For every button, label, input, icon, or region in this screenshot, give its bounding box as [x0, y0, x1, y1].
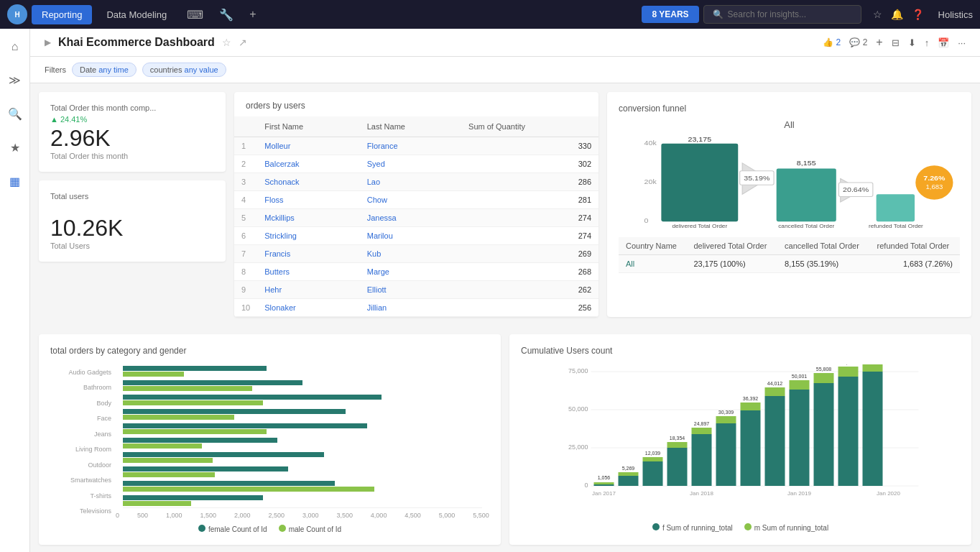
table-row: 3 Schonack Lao 286 [234, 173, 598, 191]
svg-rect-33 [123, 443, 202, 448]
col-num [234, 116, 257, 137]
row-lastname[interactable]: Lao [360, 173, 461, 191]
star-icon[interactable]: ☆ [873, 9, 882, 20]
svg-rect-31 [123, 429, 267, 434]
svg-rect-84 [863, 372, 883, 486]
like-button[interactable]: 👍 2 [823, 37, 841, 47]
row-firstname[interactable]: Francis [257, 245, 359, 263]
sidebar-dashboard-icon[interactable]: ▦ [5, 170, 24, 193]
cat-bath: Bathroom [50, 384, 111, 391]
row-firstname[interactable]: Strickling [257, 227, 359, 245]
table-row: 8 Butters Marge 268 [234, 263, 598, 281]
bookmark-icon[interactable]: ☆ [222, 37, 231, 48]
svg-text:24,897: 24,897 [694, 421, 710, 426]
sidebar-search-icon[interactable]: 🔍 [4, 103, 27, 125]
row-firstname[interactable]: Molleur [257, 137, 359, 155]
svg-text:1,056: 1,056 [598, 475, 611, 480]
funnel-chart-svg: 40k 20k 0 23,175 35.19% 8,155 [619, 136, 960, 229]
row-firstname[interactable]: Mckillips [257, 209, 359, 227]
dashboard-header: ▶ Khai Ecommerce Dashboard ☆ ↗ 👍 2 💬 2 +… [30, 29, 980, 57]
svg-point-16 [915, 165, 953, 200]
sidebar-star-icon[interactable]: ★ [6, 137, 24, 159]
svg-rect-67 [716, 416, 736, 423]
row-quantity: 330 [461, 137, 598, 155]
data-modeling-tab[interactable]: Data Modeling [96, 5, 177, 24]
row-firstname[interactable]: Schonack [257, 173, 359, 191]
table-row: 2 Balcerzak Syed 302 [234, 155, 598, 173]
row-firstname[interactable]: Slonaker [257, 299, 359, 317]
col-quantity: Sum of Quantity [461, 116, 598, 137]
row-quantity: 274 [461, 209, 598, 227]
main-content: ▶ Khai Ecommerce Dashboard ☆ ↗ 👍 2 💬 2 +… [30, 29, 980, 552]
search-bar[interactable]: 🔍 [703, 5, 861, 24]
row-lastname[interactable]: Syed [360, 155, 461, 173]
help-icon[interactable]: ❓ [912, 9, 924, 20]
date-filter[interactable]: Date any time [72, 63, 137, 77]
svg-rect-30 [123, 423, 367, 428]
kpi-section: Total Order this month comp... ▲ 24.41% … [39, 92, 226, 317]
svg-rect-36 [123, 466, 288, 472]
terminal-icon[interactable]: ⌨ [181, 5, 209, 24]
svg-rect-55 [619, 472, 639, 476]
bell-icon[interactable]: 🔔 [891, 9, 903, 20]
reporting-tab[interactable]: Reporting [32, 5, 92, 24]
left-sidebar: ⌂ ≫ 🔍 ★ ▦ [0, 29, 30, 552]
svg-text:50,001: 50,001 [792, 374, 808, 379]
row-firstname[interactable]: Floss [257, 191, 359, 209]
svg-text:36,392: 36,392 [743, 396, 759, 401]
share-icon[interactable]: ↗ [239, 37, 247, 48]
svg-rect-27 [123, 400, 263, 405]
cat-tv: Televisions [50, 507, 111, 515]
svg-text:62,172: 62,172 [841, 364, 856, 365]
svg-rect-63 [692, 434, 712, 486]
row-firstname[interactable]: Hehr [257, 281, 359, 299]
user-menu[interactable]: Holistics [938, 9, 973, 20]
svg-rect-70 [741, 402, 761, 410]
row-lastname[interactable]: Janessa [360, 209, 461, 227]
svg-rect-51 [594, 484, 614, 486]
add-widget-icon[interactable]: + [876, 36, 882, 49]
row-firstname[interactable]: Butters [257, 263, 359, 281]
download-icon[interactable]: ⬇ [908, 37, 916, 48]
table-row: 10 Slonaker Jillian 256 [234, 299, 598, 317]
svg-rect-41 [123, 501, 191, 506]
comment-button[interactable]: 💬 2 [849, 37, 867, 47]
row-lastname[interactable]: Marilou [360, 227, 461, 245]
row-lastname[interactable]: Elliott [360, 281, 461, 299]
row-lastname[interactable]: Florance [360, 137, 461, 155]
sidebar-home-icon[interactable]: ⌂ [7, 36, 23, 58]
share2-icon[interactable]: ↑ [925, 37, 930, 48]
row-num: 6 [234, 227, 257, 245]
add-icon[interactable]: + [244, 5, 262, 24]
cat-body: Body [50, 400, 111, 407]
svg-text:50,000: 50,000 [568, 405, 588, 413]
row-num: 1 [234, 137, 257, 155]
kpi-order-label: Total Order this month [50, 152, 214, 160]
years-button[interactable]: 8 YEARS [642, 6, 698, 23]
funnel-col-cancelled: cancelled Total Order [777, 237, 870, 255]
funnel-delivered-val: 23,175 (100%) [686, 255, 777, 273]
svg-rect-25 [123, 386, 252, 391]
row-lastname[interactable]: Jillian [360, 299, 461, 317]
funnel-data-table: Country Name delivered Total Order cance… [619, 237, 960, 273]
more-icon[interactable]: ··· [958, 37, 966, 48]
sidebar-chevron-icon[interactable]: ≫ [4, 69, 25, 91]
countries-filter[interactable]: countries any value [142, 63, 226, 77]
top-grid: Total Order this month comp... ▲ 24.41% … [30, 83, 980, 334]
filters-bar: Filters Date any time countries any valu… [30, 57, 980, 83]
row-lastname[interactable]: Kub [360, 245, 461, 263]
settings-icon[interactable]: 🔧 [213, 5, 239, 24]
kpi-users-title: Total users [50, 192, 214, 201]
row-lastname[interactable]: Chow [360, 191, 461, 209]
svg-rect-29 [123, 415, 234, 420]
filter-icon[interactable]: ⊟ [892, 37, 900, 48]
row-lastname[interactable]: Marge [360, 263, 461, 281]
schedule-icon[interactable]: 📅 [938, 37, 949, 48]
search-input[interactable] [728, 9, 852, 19]
funnel-country-all: All [619, 255, 686, 273]
expand-icon: ▶ [45, 37, 51, 47]
male-legend-item: male Count of Id [279, 525, 341, 533]
svg-text:cancelled Total Order: cancelled Total Order [778, 223, 835, 229]
row-firstname[interactable]: Balcerzak [257, 155, 359, 173]
svg-text:20k: 20k [644, 178, 657, 185]
